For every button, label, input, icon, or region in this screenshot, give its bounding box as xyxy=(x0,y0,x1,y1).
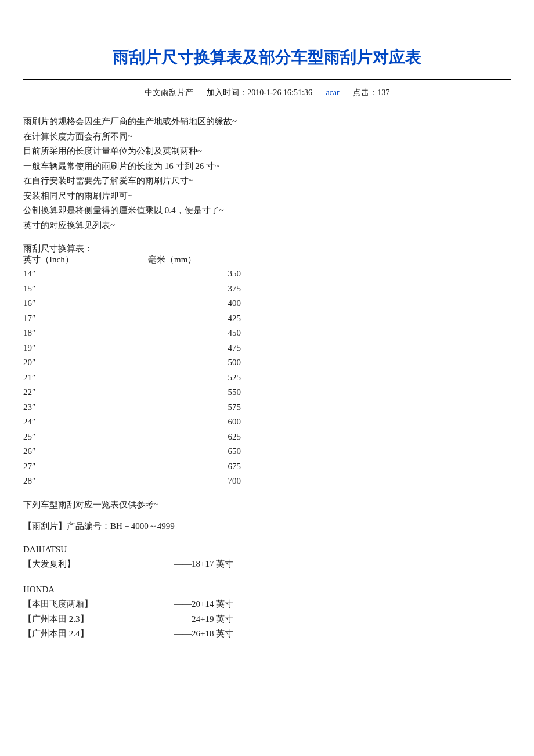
model-name: 【本田飞度两厢】 xyxy=(23,597,174,612)
model-row: 【广州本田 2.4】 ——26+18 英寸 xyxy=(23,627,511,642)
model-size: ——24+19 英寸 xyxy=(174,612,233,627)
cell-inch: 14″ xyxy=(23,267,218,282)
meta-author[interactable]: acar xyxy=(326,88,339,97)
meta-add-time-value: 2010-1-26 16:51:36 xyxy=(247,88,312,97)
meta-hits-label: 点击： xyxy=(353,88,377,97)
intro-line: 目前所采用的长度计量单位为公制及英制两种~ xyxy=(23,144,511,159)
page-title: 雨刮片尺寸换算表及部分车型雨刮片对应表 xyxy=(23,46,511,80)
reference-note: 下列车型雨刮对应一览表仅供参考~ xyxy=(23,499,511,510)
cell-mm: 650 xyxy=(218,444,241,459)
cell-inch: 21″ xyxy=(23,370,218,386)
table-row: 17″425 xyxy=(23,311,511,326)
model-name: 【广州本田 2.3】 xyxy=(23,612,174,627)
cell-inch: 24″ xyxy=(23,415,218,430)
conversion-section: 雨刮尺寸换算表： 英寸（Inch） 毫米（mm） 14″350 15″375 1… xyxy=(23,243,511,489)
intro-line: 英寸的对应换算见列表~ xyxy=(23,218,511,233)
meta-row: 中文雨刮片产 加入时间：2010-1-26 16:51:36 acar 点击：1… xyxy=(23,88,511,98)
cell-inch: 23″ xyxy=(23,400,218,415)
conversion-header-inch: 英寸（Inch） xyxy=(23,254,148,265)
meta-add-time: 加入时间：2010-1-26 16:51:36 xyxy=(207,88,314,97)
cell-inch: 16″ xyxy=(23,296,218,311)
conversion-header-mm: 毫米（mm） xyxy=(148,254,196,265)
cell-inch: 26″ xyxy=(23,444,218,459)
intro-line: 一般车辆最常使用的雨刷片的长度为 16 寸到 26 寸~ xyxy=(23,159,511,174)
model-size: ——26+18 英寸 xyxy=(174,627,233,642)
model-size: ——18+17 英寸 xyxy=(174,557,233,572)
meta-hits: 点击：137 xyxy=(353,88,389,97)
cell-inch: 22″ xyxy=(23,385,218,400)
model-name: 【广州本田 2.4】 xyxy=(23,627,174,642)
table-row: 14″350 xyxy=(23,267,511,282)
conversion-title: 雨刮尺寸换算表： xyxy=(23,243,511,254)
intro-line: 在计算长度方面会有所不同~ xyxy=(23,129,511,145)
table-row: 23″575 xyxy=(23,400,511,415)
product-code-line: 【雨刮片】产品编号：BH－4000～4999 xyxy=(23,521,511,532)
model-row: 【广州本田 2.3】 ——24+19 英寸 xyxy=(23,612,511,627)
cell-mm: 500 xyxy=(218,355,241,370)
conversion-table: 14″350 15″375 16″400 17″425 18″450 19″47… xyxy=(23,267,511,489)
table-row: 28″700 xyxy=(23,474,511,489)
table-row: 27″675 xyxy=(23,459,511,474)
cell-mm: 400 xyxy=(218,296,241,311)
cell-mm: 675 xyxy=(218,459,241,474)
brand-name: DAIHATSU xyxy=(23,542,511,557)
table-row: 24″600 xyxy=(23,415,511,430)
table-row: 26″650 xyxy=(23,444,511,459)
intro-line: 公制换算即是将侧量得的厘米值乘以 0.4，便是寸了~ xyxy=(23,203,511,218)
model-row: 【大发夏利】 ——18+17 英寸 xyxy=(23,557,511,572)
cell-mm: 475 xyxy=(218,341,241,356)
table-row: 18″450 xyxy=(23,326,511,341)
cell-inch: 18″ xyxy=(23,326,218,341)
brand-name: HONDA xyxy=(23,582,511,597)
intro-line: 雨刷片的规格会因生产厂商的生产地或外销地区的缘故~ xyxy=(23,114,511,129)
cell-mm: 700 xyxy=(218,474,241,489)
meta-add-time-label: 加入时间： xyxy=(207,88,247,97)
cell-mm: 525 xyxy=(218,370,241,386)
meta-category: 中文雨刮片产 xyxy=(145,88,193,97)
cell-mm: 575 xyxy=(218,400,241,415)
intro-line: 安装相同尺寸的雨刷片即可~ xyxy=(23,189,511,204)
table-row: 22″550 xyxy=(23,385,511,400)
brand-block: HONDA 【本田飞度两厢】 ——20+14 英寸 【广州本田 2.3】 ——2… xyxy=(23,582,511,642)
model-row: 【本田飞度两厢】 ——20+14 英寸 xyxy=(23,597,511,612)
model-name: 【大发夏利】 xyxy=(23,557,174,572)
cell-inch: 27″ xyxy=(23,459,218,474)
cell-mm: 425 xyxy=(218,311,241,326)
brand-block: DAIHATSU 【大发夏利】 ——18+17 英寸 xyxy=(23,542,511,572)
cell-mm: 550 xyxy=(218,385,241,400)
cell-inch: 28″ xyxy=(23,474,218,489)
table-row: 25″625 xyxy=(23,430,511,445)
intro-line: 在自行安装时需要先了解爱车的雨刷片尺寸~ xyxy=(23,174,511,189)
table-row: 16″400 xyxy=(23,296,511,311)
table-row: 19″475 xyxy=(23,341,511,356)
cell-mm: 450 xyxy=(218,326,241,341)
table-row: 20″500 xyxy=(23,355,511,370)
cell-mm: 375 xyxy=(218,282,241,297)
cell-inch: 20″ xyxy=(23,355,218,370)
table-row: 15″375 xyxy=(23,282,511,297)
cell-inch: 15″ xyxy=(23,282,218,297)
cell-mm: 600 xyxy=(218,415,241,430)
intro-block: 雨刷片的规格会因生产厂商的生产地或外销地区的缘故~ 在计算长度方面会有所不同~ … xyxy=(23,114,511,233)
model-size: ——20+14 英寸 xyxy=(174,597,233,612)
cell-mm: 350 xyxy=(218,267,241,282)
meta-hits-value: 137 xyxy=(377,88,389,97)
cell-inch: 25″ xyxy=(23,430,218,445)
cell-inch: 19″ xyxy=(23,341,218,356)
table-row: 21″525 xyxy=(23,370,511,386)
cell-mm: 625 xyxy=(218,430,241,445)
cell-inch: 17″ xyxy=(23,311,218,326)
conversion-header: 英寸（Inch） 毫米（mm） xyxy=(23,254,511,265)
